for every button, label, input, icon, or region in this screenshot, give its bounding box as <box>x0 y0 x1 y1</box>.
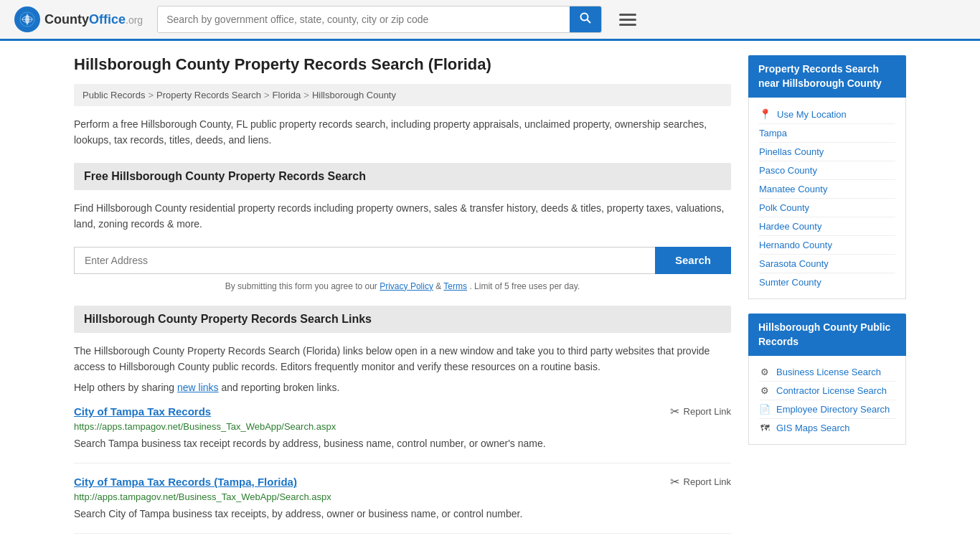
link-item-2-header: City of Tampa Tax Records (Tampa, Florid… <box>74 475 731 489</box>
breadcrumb-florida[interactable]: Florida <box>273 90 301 100</box>
report-icon-1: ✂ <box>670 405 679 418</box>
disclaimer-and: & <box>435 281 443 291</box>
site-header: CountyOffice.org <box>0 0 980 41</box>
report-link-1-button[interactable]: ✂ Report Link <box>670 405 731 418</box>
breadcrumb-sep-2: > <box>264 90 270 100</box>
share-text: Help others by sharing <box>74 382 174 393</box>
gear-icon-1: ⚙ <box>759 367 771 377</box>
sidebar-pasco-label: Pasco County <box>759 165 817 176</box>
report-link-2-label: Report Link <box>684 476 731 487</box>
free-search-heading: Free Hillsborough County Property Record… <box>74 163 731 190</box>
disclaimer-text: By submitting this form you agree to our <box>225 281 377 291</box>
sidebar-nearby-section: Property Records Search near Hillsboroug… <box>748 55 906 299</box>
sidebar-link-employee-directory[interactable]: 📄 Employee Directory Search <box>759 400 895 419</box>
gear-icon-2: ⚙ <box>759 385 771 396</box>
form-disclaimer: By submitting this form you agree to our… <box>74 281 731 291</box>
address-search-button[interactable]: Search <box>655 247 731 274</box>
logo-office: Office <box>89 12 126 27</box>
map-icon: 🗺 <box>759 423 771 433</box>
breadcrumb-public-records[interactable]: Public Records <box>83 90 145 100</box>
sidebar-public-records-heading: Hillsborough County Public Records <box>748 314 906 356</box>
sidebar-link-hernando[interactable]: Hernando County <box>759 236 895 255</box>
link-item-2-url: http://apps.tampagov.net/Business_Tax_We… <box>74 491 731 502</box>
header-search-input[interactable] <box>158 8 570 31</box>
page-title: Hillsborough County Property Records Sea… <box>74 55 731 74</box>
sidebar-link-manatee[interactable]: Manatee County <box>759 180 895 199</box>
sidebar-tampa-label: Tampa <box>759 128 787 138</box>
sidebar-nearby-heading: Property Records Search near Hillsboroug… <box>748 55 906 98</box>
sidebar-use-my-location: Use My Location <box>777 109 847 120</box>
links-section: The Hillsborough County Property Records… <box>74 343 731 534</box>
site-logo[interactable]: CountyOffice.org <box>14 6 143 32</box>
sidebar-link-polk[interactable]: Polk County <box>759 199 895 217</box>
address-search-form: Search <box>74 247 731 274</box>
breadcrumb-sep-3: > <box>303 90 309 100</box>
link-item-2: City of Tampa Tax Records (Tampa, Florid… <box>74 475 731 534</box>
breadcrumb-current: Hillsborough County <box>312 90 396 100</box>
privacy-policy-link[interactable]: Privacy Policy <box>380 281 433 291</box>
link-item-1-desc: Search Tampa business tax receipt record… <box>74 436 731 451</box>
breadcrumb: Public Records > Property Records Search… <box>74 84 731 106</box>
sidebar-link-pinellas[interactable]: Pinellas County <box>759 143 895 161</box>
hamburger-line-2 <box>619 19 636 21</box>
sidebar-link-sarasota[interactable]: Sarasota County <box>759 255 895 273</box>
contractor-license-label: Contractor License Search <box>776 385 887 396</box>
share-suffix-text: and reporting broken links. <box>221 382 339 393</box>
sidebar: Property Records Search near Hillsboroug… <box>748 55 906 548</box>
sidebar-hernando-label: Hernando County <box>759 240 832 250</box>
sidebar-link-sumter[interactable]: Sumter County <box>759 273 895 291</box>
svg-point-3 <box>581 14 588 21</box>
report-link-1-label: Report Link <box>684 406 731 417</box>
sidebar-link-gis-maps[interactable]: 🗺 GIS Maps Search <box>759 419 895 437</box>
link-item-1-url: https://apps.tampagov.net/Business_Tax_W… <box>74 421 731 432</box>
hamburger-line-1 <box>619 14 636 16</box>
sidebar-nearby-body: 📍 Use My Location Tampa Pinellas County … <box>748 98 906 299</box>
sidebar-link-contractor-license[interactable]: ⚙ Contractor License Search <box>759 382 895 400</box>
report-link-2-button[interactable]: ✂ Report Link <box>670 475 731 489</box>
sidebar-link-location[interactable]: 📍 Use My Location <box>759 105 895 124</box>
link-item-2-title[interactable]: City of Tampa Tax Records (Tampa, Florid… <box>74 476 297 488</box>
logo-tld: .org <box>126 14 143 26</box>
sidebar-sumter-label: Sumter County <box>759 277 821 288</box>
header-search-button[interactable] <box>570 6 601 32</box>
new-links-link[interactable]: new links <box>177 382 219 393</box>
sidebar-link-pasco[interactable]: Pasco County <box>759 161 895 180</box>
address-input[interactable] <box>74 247 655 274</box>
sidebar-hardee-label: Hardee County <box>759 221 821 232</box>
disclaimer-limit: . Limit of 5 free uses per day. <box>469 281 580 291</box>
sidebar-pinellas-label: Pinellas County <box>759 146 824 157</box>
employee-directory-label: Employee Directory Search <box>776 404 890 415</box>
sidebar-public-records-body: ⚙ Business License Search ⚙ Contractor L… <box>748 356 906 445</box>
sidebar-polk-label: Polk County <box>759 202 809 213</box>
business-license-label: Business License Search <box>776 367 881 377</box>
main-content: Hillsborough County Property Records Sea… <box>74 55 731 548</box>
link-item-2-desc: Search City of Tampa business tax receip… <box>74 507 731 522</box>
terms-link[interactable]: Terms <box>443 281 467 291</box>
logo-icon <box>14 6 40 32</box>
logo-text: CountyOffice.org <box>44 12 143 27</box>
share-line: Help others by sharing new links and rep… <box>74 382 731 393</box>
breadcrumb-sep-1: > <box>148 90 154 100</box>
link-item-1-title[interactable]: City of Tampa Tax Records <box>74 405 211 418</box>
links-description: The Hillsborough County Property Records… <box>74 343 731 375</box>
sidebar-link-business-license[interactable]: ⚙ Business License Search <box>759 363 895 382</box>
gis-maps-label: GIS Maps Search <box>776 423 850 433</box>
link-item-1: City of Tampa Tax Records ✂ Report Link … <box>74 405 731 463</box>
sidebar-public-records-section: Hillsborough County Public Records ⚙ Bus… <box>748 314 906 445</box>
free-search-description: Find Hillsborough County residential pro… <box>74 200 731 232</box>
links-section-heading: Hillsborough County Property Records Sea… <box>74 306 731 333</box>
page-description: Perform a free Hillsborough County, FL p… <box>74 116 731 149</box>
sidebar-link-tampa[interactable]: Tampa <box>759 124 895 143</box>
location-pin-icon: 📍 <box>759 108 771 120</box>
page-content: Hillsborough County Property Records Sea… <box>60 41 920 551</box>
header-search-container <box>157 6 602 33</box>
breadcrumb-property-records[interactable]: Property Records Search <box>156 90 261 100</box>
hamburger-menu-button[interactable] <box>616 11 639 29</box>
sidebar-manatee-label: Manatee County <box>759 184 827 194</box>
doc-icon: 📄 <box>759 404 771 415</box>
sidebar-sarasota-label: Sarasota County <box>759 258 829 269</box>
svg-line-4 <box>588 20 591 24</box>
sidebar-link-hardee[interactable]: Hardee County <box>759 217 895 236</box>
report-icon-2: ✂ <box>670 475 679 489</box>
hamburger-line-3 <box>619 24 636 26</box>
